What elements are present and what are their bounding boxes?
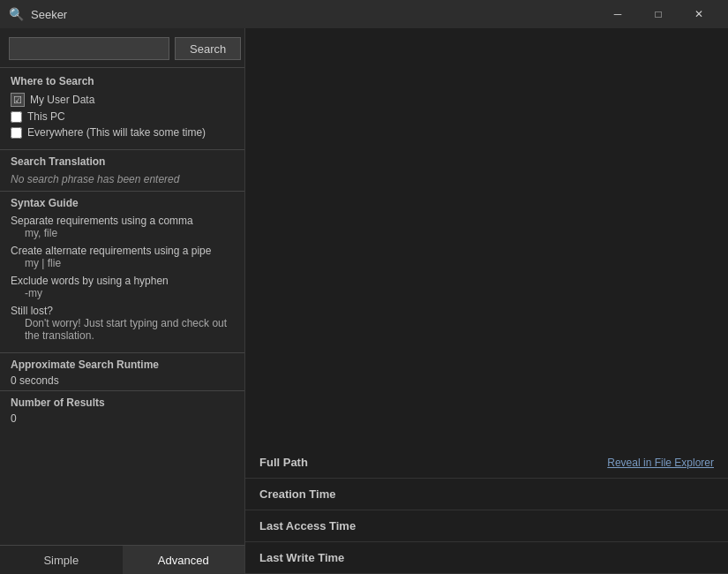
window-controls: ─ □ ✕ bbox=[597, 0, 719, 28]
still-lost-block: Still lost? Don't worry! Just start typi… bbox=[11, 305, 234, 342]
last-write-row: Last Write Time bbox=[245, 542, 728, 574]
where-to-search-title: Where to Search bbox=[11, 75, 234, 87]
full-path-label: Full Path bbox=[259, 456, 308, 469]
this-pc-label: This PC bbox=[27, 110, 65, 123]
syntax-hyphen-desc: Exclude words by using a hyphen bbox=[11, 275, 234, 287]
everywhere-label: Everywhere (This will take some time) bbox=[27, 126, 206, 139]
search-input[interactable] bbox=[9, 37, 169, 60]
app-title: Seeker bbox=[31, 8, 597, 21]
runtime-section: Approximate Search Runtime 0 seconds bbox=[0, 353, 244, 390]
results-value: 0 bbox=[11, 412, 234, 425]
last-write-label: Last Write Time bbox=[259, 551, 714, 564]
tab-advanced[interactable]: Advanced bbox=[123, 546, 245, 574]
file-info-section: Full Path Reveal in File Explorer Creati… bbox=[245, 447, 728, 574]
last-access-row: Last Access Time bbox=[245, 510, 728, 542]
right-spacer bbox=[245, 28, 728, 447]
option-this-pc[interactable]: This PC bbox=[11, 110, 234, 123]
minimize-button[interactable]: ─ bbox=[597, 0, 638, 28]
runtime-value: 0 seconds bbox=[11, 374, 234, 387]
left-panel: Search Where to Search ☑ My User Data Th… bbox=[0, 28, 245, 574]
maximize-button[interactable]: □ bbox=[638, 0, 679, 28]
option-my-user-data[interactable]: ☑ My User Data bbox=[11, 93, 234, 107]
syntax-comma-desc: Separate requirements using a comma bbox=[11, 215, 234, 227]
app-window: 🔍 Seeker ─ □ ✕ Search Where to Search ☑ … bbox=[0, 0, 728, 574]
reveal-in-explorer-link[interactable]: Reveal in File Explorer bbox=[607, 457, 714, 469]
search-translation-text: No search phrase has been entered bbox=[11, 173, 234, 185]
search-bar: Search bbox=[0, 28, 244, 67]
last-access-label: Last Access Time bbox=[259, 519, 714, 532]
results-section: Number of Results 0 bbox=[0, 391, 244, 428]
creation-time-label: Creation Time bbox=[259, 487, 714, 501]
syntax-comma-example: my, file bbox=[11, 227, 234, 239]
tab-bar: Simple Advanced bbox=[0, 545, 244, 574]
main-content: Search Where to Search ☑ My User Data Th… bbox=[0, 28, 728, 574]
where-to-search-section: Where to Search ☑ My User Data This PC E… bbox=[0, 68, 244, 149]
still-lost-description: Don't worry! Just start typing and check… bbox=[11, 317, 234, 342]
syntax-hyphen-example: -my bbox=[11, 287, 234, 299]
creation-time-row: Creation Time bbox=[245, 479, 728, 510]
right-panel: Full Path Reveal in File Explorer Creati… bbox=[245, 28, 728, 574]
runtime-title: Approximate Search Runtime bbox=[11, 359, 234, 371]
search-translation-title: Search Translation bbox=[11, 155, 234, 168]
everywhere-checkbox[interactable] bbox=[11, 127, 22, 139]
tab-simple[interactable]: Simple bbox=[0, 546, 123, 574]
full-path-row: Full Path Reveal in File Explorer bbox=[245, 447, 728, 479]
option-everywhere[interactable]: Everywhere (This will take some time) bbox=[11, 126, 234, 139]
syntax-guide-section: Syntax Guide Separate requirements using… bbox=[0, 192, 244, 352]
syntax-pipe-example: my | flie bbox=[11, 257, 234, 269]
syntax-item-pipe: Create alternate requirements using a pi… bbox=[11, 245, 234, 269]
still-lost-label: Still lost? bbox=[11, 305, 234, 317]
syntax-guide-title: Syntax Guide bbox=[11, 197, 234, 209]
results-title: Number of Results bbox=[11, 397, 234, 409]
syntax-item-comma: Separate requirements using a comma my, … bbox=[11, 215, 234, 239]
my-user-data-icon: ☑ bbox=[11, 93, 25, 107]
title-bar: 🔍 Seeker ─ □ ✕ bbox=[0, 0, 728, 28]
my-user-data-label: My User Data bbox=[30, 94, 94, 106]
close-button[interactable]: ✕ bbox=[679, 0, 719, 28]
syntax-item-hyphen: Exclude words by using a hyphen -my bbox=[11, 275, 234, 299]
app-icon: 🔍 bbox=[9, 7, 24, 21]
search-button[interactable]: Search bbox=[175, 37, 241, 60]
search-translation-section: Search Translation No search phrase has … bbox=[0, 150, 244, 191]
this-pc-checkbox[interactable] bbox=[11, 111, 22, 123]
syntax-pipe-desc: Create alternate requirements using a pi… bbox=[11, 245, 234, 257]
full-path-header: Full Path Reveal in File Explorer bbox=[259, 456, 714, 469]
